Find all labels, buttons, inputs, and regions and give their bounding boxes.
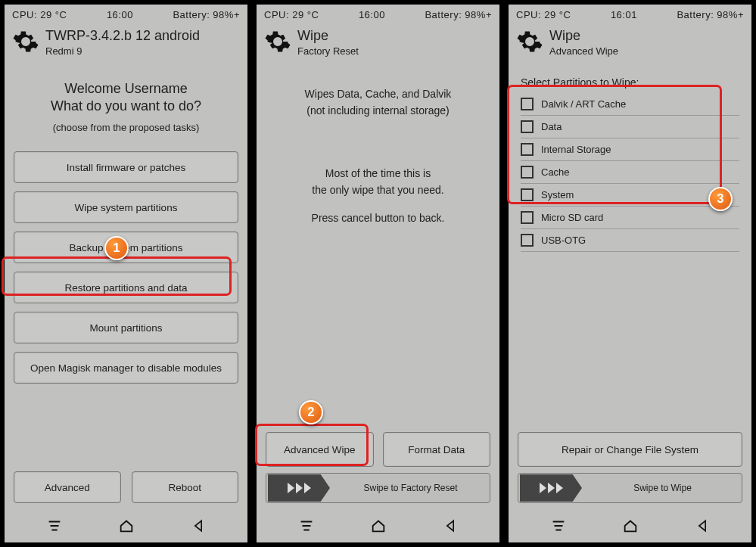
menu-icon[interactable] [45, 516, 64, 536]
checkbox-icon[interactable] [521, 98, 534, 110]
page-title: Wipe [549, 28, 618, 44]
status-cpu: CPU: 29 °C [12, 9, 67, 20]
swipe-handle-icon[interactable] [268, 474, 330, 502]
nav-bar [5, 509, 247, 542]
home-icon[interactable] [621, 516, 640, 536]
status-bar: CPU: 29 °C 16:00 Battery: 98%+ [257, 5, 499, 22]
nav-bar [509, 509, 751, 542]
reboot-button[interactable]: Reboot [132, 471, 239, 503]
home-icon[interactable] [117, 516, 136, 536]
install-firmware-button[interactable]: Install firmware or patches [14, 151, 238, 183]
checkbox-icon[interactable] [521, 120, 534, 133]
magisk-button[interactable]: Open Magisk manager to disable modules [14, 352, 238, 384]
welcome-block: Welcome Username What do you want to do?… [14, 81, 238, 133]
partition-list: Dalvik / ART Cache Data Internal Storage… [518, 93, 742, 252]
partition-cache[interactable]: Cache [521, 161, 739, 184]
checkbox-icon[interactable] [521, 188, 534, 201]
back-icon[interactable] [692, 516, 712, 536]
wipe-info-1: Wipes Data, Cache, and Dalvik (not inclu… [266, 85, 490, 120]
backup-partitions-button[interactable]: Backup system partitions [14, 232, 238, 263]
checkbox-icon[interactable] [521, 234, 534, 247]
gear-icon [12, 28, 39, 55]
partition-usbotg[interactable]: USB-OTG [521, 229, 739, 252]
repair-filesystem-button[interactable]: Repair or Change File System [518, 432, 742, 467]
advanced-button[interactable]: Advanced [14, 471, 121, 503]
main-button-list: Install firmware or patches Wipe system … [14, 151, 238, 384]
wipe-info-2: Most of the time this is the only wipe t… [266, 165, 490, 226]
status-cpu: CPU: 29 °C [516, 9, 571, 20]
status-battery: Battery: 98%+ [677, 9, 744, 20]
page-subtitle: Advanced Wipe [549, 45, 618, 57]
panel-home: CPU: 29 °C 16:00 Battery: 98%+ TWRP-3.4.… [0, 0, 252, 547]
page-subtitle: Factory Reset [297, 45, 359, 57]
status-battery: Battery: 98%+ [173, 9, 240, 20]
status-cpu: CPU: 29 °C [264, 9, 319, 20]
header: Wipe Advanced Wipe [509, 22, 751, 60]
gear-icon [264, 28, 291, 55]
swipe-wipe[interactable]: Swipe to Wipe [518, 473, 742, 503]
mount-partitions-button[interactable]: Mount partitions [14, 312, 238, 343]
swipe-label: Swipe to Wipe [583, 483, 742, 493]
status-bar: CPU: 29 °C 16:00 Battery: 98%+ [5, 5, 247, 22]
menu-icon[interactable] [297, 516, 316, 536]
wipe-partitions-button[interactable]: Wipe system partitions [14, 191, 238, 223]
back-icon[interactable] [188, 516, 208, 536]
partition-dalvik[interactable]: Dalvik / ART Cache [521, 93, 739, 116]
checkbox-icon[interactable] [521, 143, 534, 156]
badge-2: 2 [299, 400, 323, 424]
status-bar: CPU: 29 °C 16:01 Battery: 98%+ [509, 5, 751, 22]
partition-data[interactable]: Data [521, 116, 739, 138]
advanced-wipe-button[interactable]: Advanced Wipe [266, 432, 374, 467]
welcome-line1: Welcome Username [14, 81, 238, 97]
restore-partitions-button[interactable]: Restore partitions and data [14, 272, 238, 303]
format-data-button[interactable]: Format Data [383, 432, 491, 467]
panel-advanced-wipe: CPU: 29 °C 16:01 Battery: 98%+ Wipe Adva… [504, 0, 756, 547]
page-title: Wipe [297, 28, 359, 44]
header: Wipe Factory Reset [257, 22, 499, 60]
checkbox-icon[interactable] [521, 166, 534, 179]
checkbox-icon[interactable] [521, 211, 534, 224]
swipe-handle-icon[interactable] [520, 474, 582, 502]
welcome-line2: What do you want to do? [14, 98, 238, 114]
nav-bar [257, 509, 499, 542]
partition-internal[interactable]: Internal Storage [521, 138, 739, 161]
header: TWRP-3.4.2.b 12 android Redmi 9 [5, 22, 247, 60]
partition-system[interactable]: System [521, 184, 739, 207]
partition-microsd[interactable]: Micro SD card [521, 207, 739, 229]
swipe-factory-reset[interactable]: Swipe to Factory Reset [266, 473, 490, 503]
status-time: 16:00 [107, 9, 133, 20]
status-time: 16:01 [611, 9, 637, 20]
swipe-label: Swipe to Factory Reset [331, 483, 490, 493]
home-icon[interactable] [369, 516, 388, 536]
status-time: 16:00 [359, 9, 385, 20]
select-partitions-title: Select Partitions to Wipe: [518, 76, 742, 89]
back-icon[interactable] [440, 516, 460, 536]
page-title: TWRP-3.4.2.b 12 android [45, 28, 200, 44]
menu-icon[interactable] [549, 516, 568, 536]
panel-wipe: CPU: 29 °C 16:00 Battery: 98%+ Wipe Fact… [252, 0, 504, 547]
page-subtitle: Redmi 9 [45, 45, 200, 57]
welcome-hint: (choose from the proposed tasks) [14, 122, 238, 133]
status-battery: Battery: 98%+ [425, 9, 492, 20]
gear-icon [516, 28, 543, 55]
